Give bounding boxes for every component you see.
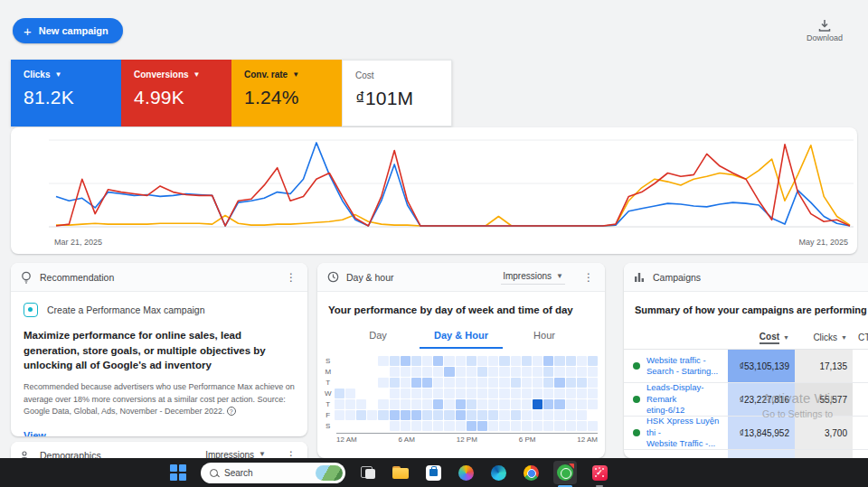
heatmap-cell[interactable] (390, 356, 400, 366)
heatmap-cell[interactable] (588, 378, 598, 388)
heatmap-cell[interactable] (456, 378, 466, 388)
heatmap-cell[interactable] (390, 399, 400, 409)
heatmap-cell[interactable] (335, 389, 344, 398)
heatmap-cell[interactable] (345, 410, 355, 420)
heatmap-cell[interactable] (367, 421, 377, 431)
heatmap-cell[interactable] (543, 399, 553, 409)
heatmap-cell[interactable] (467, 389, 476, 398)
heatmap-cell[interactable] (499, 378, 509, 388)
column-header-ctr[interactable]: CTR (853, 332, 868, 342)
heatmap-cell[interactable] (499, 367, 509, 377)
heatmap-cell[interactable] (511, 421, 521, 431)
heatmap-cell[interactable] (488, 356, 498, 366)
heatmap-cell[interactable] (554, 399, 564, 409)
heatmap-cell[interactable] (543, 367, 553, 377)
heatmap-cell[interactable] (522, 378, 532, 388)
active-app-button[interactable] (553, 461, 577, 484)
heatmap-cell[interactable] (467, 367, 476, 377)
heatmap-cell[interactable] (345, 367, 355, 377)
heatmap-cell[interactable] (444, 410, 454, 420)
heatmap-cell[interactable] (345, 389, 355, 398)
heatmap-cell[interactable] (456, 421, 466, 431)
heatmap-cell[interactable] (499, 389, 509, 398)
heatmap-cell[interactable] (422, 410, 432, 420)
heatmap-cell[interactable] (367, 378, 377, 388)
start-button[interactable] (168, 463, 188, 482)
heatmap-cell[interactable] (488, 421, 498, 431)
heatmap-cell[interactable] (378, 421, 388, 431)
heatmap-cell[interactable] (477, 410, 487, 420)
heatmap-cell[interactable] (533, 399, 542, 409)
heatmap-cell[interactable] (433, 378, 443, 388)
heatmap-cell[interactable] (401, 421, 410, 431)
heatmap-cell[interactable] (401, 410, 410, 420)
heatmap-cell[interactable] (533, 367, 542, 377)
heatmap-cell[interactable] (378, 378, 388, 388)
heatmap-cell[interactable] (345, 356, 355, 366)
heatmap-cell[interactable] (577, 367, 587, 377)
heatmap-cell[interactable] (543, 378, 553, 388)
heatmap-cell[interactable] (477, 421, 487, 431)
heatmap-cell[interactable] (566, 367, 576, 377)
heatmap-cell[interactable] (522, 399, 532, 409)
heatmap-cell[interactable] (356, 356, 366, 366)
heatmap-cell[interactable] (554, 367, 564, 377)
heatmap-cell[interactable] (488, 399, 498, 409)
scorecard-cost[interactable]: Cost ₫101M (342, 60, 452, 126)
scorecard-clicks[interactable]: Clicks▼ 81.2K (11, 60, 121, 126)
heatmap-cell[interactable] (511, 410, 521, 420)
column-header-cost[interactable]: Cost▼ (728, 332, 795, 344)
heatmap-cell[interactable] (554, 421, 564, 431)
heatmap-cell[interactable] (411, 356, 421, 366)
heatmap-cell[interactable] (335, 399, 344, 409)
impressions-dropdown[interactable]: Impressions▼ (501, 269, 565, 285)
heatmap-cell[interactable] (378, 399, 388, 409)
heatmap-cell[interactable] (577, 421, 587, 431)
heatmap-cell[interactable] (543, 410, 553, 420)
heatmap-cell[interactable] (533, 389, 542, 398)
tab-day[interactable]: Day (336, 324, 420, 349)
heatmap-cell[interactable] (566, 378, 576, 388)
scorecard-conv-rate[interactable]: Conv. rate▼ 1.24% (231, 60, 342, 126)
heatmap-cell[interactable] (467, 421, 476, 431)
heatmap-cell[interactable] (522, 389, 532, 398)
heatmap-cell[interactable] (422, 378, 432, 388)
microsoft-store-button[interactable] (423, 463, 443, 482)
heatmap-cell[interactable] (554, 389, 564, 398)
heatmap-cell[interactable] (356, 389, 366, 398)
heatmap-cell[interactable] (522, 421, 532, 431)
heatmap-cell[interactable] (554, 410, 564, 420)
heatmap-cell[interactable] (345, 421, 355, 431)
tab-day-and-hour[interactable]: Day & Hour (420, 324, 503, 349)
heatmap-cell[interactable] (390, 421, 400, 431)
heatmap-cell[interactable] (401, 399, 410, 409)
heatmap-cell[interactable] (477, 399, 487, 409)
campaign-name-link[interactable]: HSK Xpress Luyện thi -Website Traffic -.… (646, 416, 728, 449)
tab-hour[interactable]: Hour (503, 324, 586, 349)
heatmap-cell[interactable] (378, 367, 388, 377)
scorecard-conversions[interactable]: Conversions▼ 4.99K (121, 60, 231, 126)
heatmap-cell[interactable] (433, 389, 443, 398)
heatmap-cell[interactable] (577, 389, 587, 398)
heatmap-cell[interactable] (390, 367, 400, 377)
heatmap-cell[interactable] (543, 421, 553, 431)
heatmap-cell[interactable] (577, 399, 587, 409)
heatmap-cell[interactable] (511, 367, 521, 377)
heatmap-cell[interactable] (433, 356, 443, 366)
heatmap-cell[interactable] (554, 356, 564, 366)
heatmap-cell[interactable] (422, 421, 432, 431)
heatmap-cell[interactable] (522, 410, 532, 420)
heatmap-cell[interactable] (356, 378, 366, 388)
heatmap-cell[interactable] (588, 356, 598, 366)
heatmap-cell[interactable] (433, 367, 443, 377)
heatmap-cell[interactable] (511, 378, 521, 388)
heatmap-cell[interactable] (456, 399, 466, 409)
heatmap-cell[interactable] (345, 399, 355, 409)
heatmap-cell[interactable] (433, 421, 443, 431)
heatmap-cell[interactable] (356, 399, 366, 409)
heatmap-cell[interactable] (411, 367, 421, 377)
heatmap-cell[interactable] (543, 389, 553, 398)
heatmap-cell[interactable] (488, 378, 498, 388)
heatmap-cell[interactable] (401, 378, 410, 388)
heatmap-cell[interactable] (367, 389, 377, 398)
